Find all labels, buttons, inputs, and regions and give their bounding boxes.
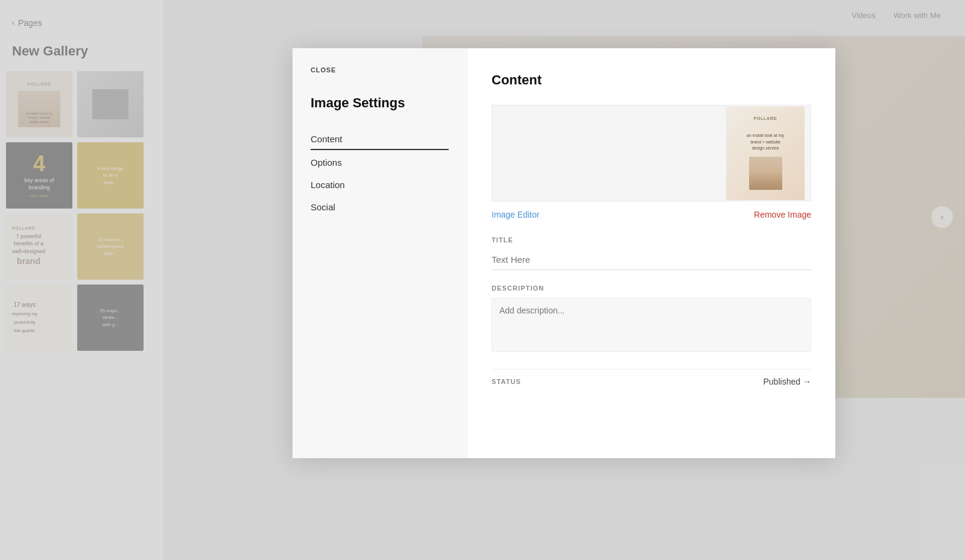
image-editor-link[interactable]: Image Editor xyxy=(492,210,539,219)
status-arrow-icon: → xyxy=(803,377,811,386)
title-input[interactable] xyxy=(492,250,811,270)
nav-item-social[interactable]: Social xyxy=(311,197,449,217)
brand-logo: POLLARD xyxy=(754,116,777,121)
nav-item-location[interactable]: Location xyxy=(311,175,449,195)
remove-image-link[interactable]: Remove Image xyxy=(754,210,811,219)
status-text: Published xyxy=(764,377,801,386)
content-section-title: Content xyxy=(492,72,811,88)
nav-item-content[interactable]: Content xyxy=(311,129,449,150)
status-value[interactable]: Published → xyxy=(764,377,812,386)
modal-right-panel: Content POLLARD an inside look at mybran… xyxy=(467,48,835,458)
settings-title: Image Settings xyxy=(311,95,449,111)
description-label: DESCRIPTION xyxy=(492,285,811,292)
nav-item-options[interactable]: Options xyxy=(311,153,449,172)
status-row: Status Published → xyxy=(492,369,811,386)
title-label: TITLE xyxy=(492,236,811,244)
title-field-section: TITLE xyxy=(492,236,811,270)
image-preview-box: POLLARD an inside look at mybrand + webs… xyxy=(492,105,811,201)
image-actions: Image Editor Remove Image xyxy=(492,210,811,219)
description-field-section: DESCRIPTION xyxy=(492,285,811,354)
close-button[interactable]: CLOSE xyxy=(311,66,449,74)
modal-left-panel: CLOSE Image Settings Content Options Loc… xyxy=(293,48,467,458)
description-textarea[interactable] xyxy=(492,298,811,352)
status-label: Status xyxy=(492,378,521,385)
modal: CLOSE Image Settings Content Options Loc… xyxy=(163,48,965,560)
modal-inner: CLOSE Image Settings Content Options Loc… xyxy=(293,48,835,458)
modal-nav: Content Options Location Social xyxy=(311,129,449,217)
preview-image: POLLARD an inside look at mybrand + webs… xyxy=(726,107,805,200)
